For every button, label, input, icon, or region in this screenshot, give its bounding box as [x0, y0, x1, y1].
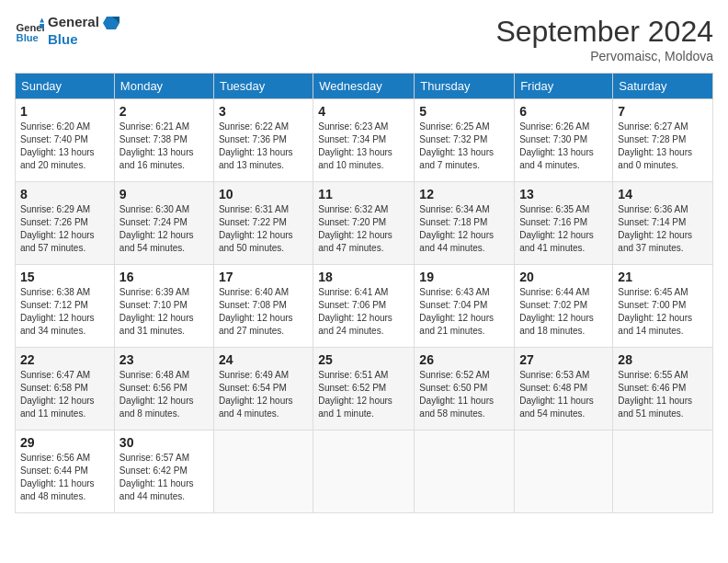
day-number: 26: [419, 352, 509, 367]
svg-marker-3: [40, 24, 44, 29]
calendar-cell: 27Sunrise: 6:53 AM Sunset: 6:48 PM Dayli…: [515, 348, 613, 431]
day-number: 20: [519, 270, 608, 284]
title-block: September 2024 Pervomaisc, Moldova: [495, 15, 713, 63]
calendar-cell: 16Sunrise: 6:39 AM Sunset: 7:10 PM Dayli…: [114, 265, 213, 348]
day-number: 10: [219, 187, 308, 201]
day-info: Sunrise: 6:32 AM Sunset: 7:20 PM Dayligh…: [318, 203, 409, 255]
day-info: Sunrise: 6:51 AM Sunset: 6:52 PM Dayligh…: [318, 369, 409, 420]
day-number: 17: [219, 270, 308, 284]
day-number: 30: [119, 435, 209, 450]
calendar-cell: 8Sunrise: 6:29 AM Sunset: 7:26 PM Daylig…: [16, 182, 115, 265]
logo-blue: Blue: [48, 31, 119, 47]
calendar-cell: 3Sunrise: 6:22 AM Sunset: 7:36 PM Daylig…: [213, 99, 313, 182]
calendar-cell: 10Sunrise: 6:31 AM Sunset: 7:22 PM Dayli…: [213, 182, 313, 265]
calendar-cell: 23Sunrise: 6:48 AM Sunset: 6:56 PM Dayli…: [114, 348, 213, 431]
day-number: 11: [318, 187, 409, 201]
day-number: 8: [20, 187, 109, 201]
day-number: 23: [119, 352, 209, 367]
day-number: 9: [119, 187, 209, 201]
calendar-cell: 20Sunrise: 6:44 AM Sunset: 7:02 PM Dayli…: [515, 265, 613, 348]
calendar-cell: 13Sunrise: 6:35 AM Sunset: 7:16 PM Dayli…: [515, 182, 613, 265]
weekday-header-tuesday: Tuesday: [213, 74, 313, 99]
page-header: General Blue General Blue September 2024…: [15, 15, 713, 63]
logo: General Blue General Blue: [15, 15, 119, 47]
weekday-header-saturday: Saturday: [613, 74, 713, 99]
logo-general: General: [48, 15, 119, 31]
day-number: 29: [20, 435, 109, 450]
location: Pervomaisc, Moldova: [495, 49, 713, 63]
day-info: Sunrise: 6:40 AM Sunset: 7:08 PM Dayligh…: [219, 286, 308, 338]
month-title: September 2024: [495, 15, 713, 49]
day-info: Sunrise: 6:21 AM Sunset: 7:38 PM Dayligh…: [119, 121, 209, 172]
day-info: Sunrise: 6:29 AM Sunset: 7:26 PM Dayligh…: [20, 203, 109, 255]
calendar-cell: [213, 431, 313, 513]
week-row-5: 29Sunrise: 6:56 AM Sunset: 6:44 PM Dayli…: [16, 431, 713, 513]
day-info: Sunrise: 6:34 AM Sunset: 7:18 PM Dayligh…: [419, 203, 509, 255]
calendar-cell: 5Sunrise: 6:25 AM Sunset: 7:32 PM Daylig…: [415, 99, 515, 182]
day-info: Sunrise: 6:45 AM Sunset: 7:00 PM Dayligh…: [618, 286, 708, 338]
calendar-cell: 4Sunrise: 6:23 AM Sunset: 7:34 PM Daylig…: [313, 99, 415, 182]
day-number: 19: [419, 270, 509, 284]
day-number: 18: [318, 270, 409, 284]
day-info: Sunrise: 6:26 AM Sunset: 7:30 PM Dayligh…: [519, 121, 608, 172]
day-info: Sunrise: 6:49 AM Sunset: 6:54 PM Dayligh…: [219, 369, 308, 420]
day-info: Sunrise: 6:55 AM Sunset: 6:46 PM Dayligh…: [618, 369, 708, 420]
calendar-cell: 14Sunrise: 6:36 AM Sunset: 7:14 PM Dayli…: [613, 182, 713, 265]
day-info: Sunrise: 6:38 AM Sunset: 7:12 PM Dayligh…: [20, 286, 109, 338]
day-number: 4: [318, 104, 409, 119]
calendar-cell: 1Sunrise: 6:20 AM Sunset: 7:40 PM Daylig…: [16, 99, 115, 182]
calendar-cell: 30Sunrise: 6:57 AM Sunset: 6:42 PM Dayli…: [114, 431, 213, 513]
logo-arrow-icon: [103, 15, 119, 31]
calendar-cell: 22Sunrise: 6:47 AM Sunset: 6:58 PM Dayli…: [16, 348, 115, 431]
weekday-header-friday: Friday: [515, 74, 613, 99]
day-info: Sunrise: 6:30 AM Sunset: 7:24 PM Dayligh…: [119, 203, 209, 255]
calendar-table: SundayMondayTuesdayWednesdayThursdayFrid…: [15, 73, 713, 513]
calendar-cell: [613, 431, 713, 513]
day-info: Sunrise: 6:48 AM Sunset: 6:56 PM Dayligh…: [119, 369, 209, 420]
weekday-header-sunday: Sunday: [16, 74, 115, 99]
calendar-cell: 7Sunrise: 6:27 AM Sunset: 7:28 PM Daylig…: [613, 99, 713, 182]
calendar-cell: 6Sunrise: 6:26 AM Sunset: 7:30 PM Daylig…: [515, 99, 613, 182]
calendar-cell: 28Sunrise: 6:55 AM Sunset: 6:46 PM Dayli…: [613, 348, 713, 431]
svg-marker-2: [40, 17, 44, 22]
calendar-cell: [515, 431, 613, 513]
day-number: 16: [119, 270, 209, 284]
day-number: 12: [419, 187, 509, 201]
calendar-cell: 11Sunrise: 6:32 AM Sunset: 7:20 PM Dayli…: [313, 182, 415, 265]
calendar-cell: 18Sunrise: 6:41 AM Sunset: 7:06 PM Dayli…: [313, 265, 415, 348]
calendar-cell: 15Sunrise: 6:38 AM Sunset: 7:12 PM Dayli…: [16, 265, 115, 348]
day-number: 21: [618, 270, 708, 284]
day-info: Sunrise: 6:47 AM Sunset: 6:58 PM Dayligh…: [20, 369, 109, 420]
day-info: Sunrise: 6:53 AM Sunset: 6:48 PM Dayligh…: [519, 369, 608, 420]
day-info: Sunrise: 6:31 AM Sunset: 7:22 PM Dayligh…: [219, 203, 308, 255]
day-info: Sunrise: 6:20 AM Sunset: 7:40 PM Dayligh…: [20, 121, 109, 172]
day-number: 22: [20, 352, 109, 367]
day-number: 24: [219, 352, 308, 367]
weekday-header-monday: Monday: [114, 74, 213, 99]
week-row-3: 15Sunrise: 6:38 AM Sunset: 7:12 PM Dayli…: [16, 265, 713, 348]
day-info: Sunrise: 6:44 AM Sunset: 7:02 PM Dayligh…: [519, 286, 608, 338]
svg-text:Blue: Blue: [17, 32, 39, 43]
calendar-cell: 9Sunrise: 6:30 AM Sunset: 7:24 PM Daylig…: [114, 182, 213, 265]
day-number: 28: [618, 352, 708, 367]
calendar-cell: 21Sunrise: 6:45 AM Sunset: 7:00 PM Dayli…: [613, 265, 713, 348]
day-info: Sunrise: 6:36 AM Sunset: 7:14 PM Dayligh…: [618, 203, 708, 255]
weekday-header-thursday: Thursday: [415, 74, 515, 99]
weekday-header-wednesday: Wednesday: [313, 74, 415, 99]
calendar-cell: 2Sunrise: 6:21 AM Sunset: 7:38 PM Daylig…: [114, 99, 213, 182]
day-number: 7: [618, 104, 708, 119]
weekday-header-row: SundayMondayTuesdayWednesdayThursdayFrid…: [16, 74, 713, 99]
day-info: Sunrise: 6:35 AM Sunset: 7:16 PM Dayligh…: [519, 203, 608, 255]
day-info: Sunrise: 6:22 AM Sunset: 7:36 PM Dayligh…: [219, 121, 308, 172]
week-row-4: 22Sunrise: 6:47 AM Sunset: 6:58 PM Dayli…: [16, 348, 713, 431]
calendar-cell: 19Sunrise: 6:43 AM Sunset: 7:04 PM Dayli…: [415, 265, 515, 348]
day-info: Sunrise: 6:27 AM Sunset: 7:28 PM Dayligh…: [618, 121, 708, 172]
day-number: 3: [219, 104, 308, 119]
day-info: Sunrise: 6:43 AM Sunset: 7:04 PM Dayligh…: [419, 286, 509, 338]
day-number: 27: [519, 352, 608, 367]
calendar-cell: 12Sunrise: 6:34 AM Sunset: 7:18 PM Dayli…: [415, 182, 515, 265]
day-info: Sunrise: 6:57 AM Sunset: 6:42 PM Dayligh…: [119, 452, 209, 503]
calendar-cell: 24Sunrise: 6:49 AM Sunset: 6:54 PM Dayli…: [213, 348, 313, 431]
day-number: 2: [119, 104, 209, 119]
calendar-cell: [415, 431, 515, 513]
